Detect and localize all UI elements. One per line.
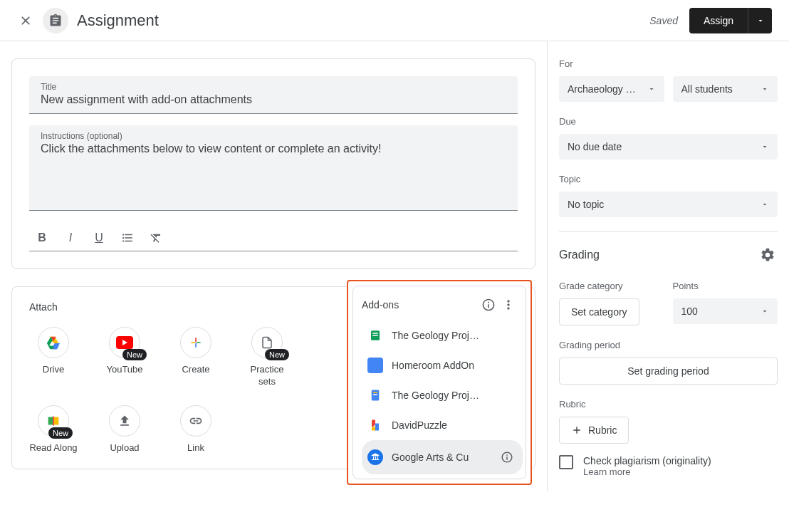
addon-name: The Geology Proj… bbox=[392, 330, 517, 341]
set-grading-period-button[interactable]: Set grading period bbox=[559, 358, 778, 385]
addon-icon bbox=[367, 328, 383, 343]
drive-icon bbox=[46, 335, 61, 350]
attach-read-along[interactable]: New Read Along bbox=[29, 405, 78, 454]
addon-icon bbox=[367, 417, 383, 433]
rubric-label: Rubric bbox=[559, 399, 778, 410]
attach-youtube[interactable]: New YouTube bbox=[100, 327, 149, 388]
instructions-value: Click the attachments below to view cont… bbox=[41, 141, 506, 160]
addon-list[interactable]: The Geology Proj… Homeroom AddOn The Geo… bbox=[362, 320, 523, 474]
assignment-icon bbox=[43, 8, 68, 33]
info-icon bbox=[501, 451, 513, 464]
instructions-field[interactable]: Instructions (optional) Click the attach… bbox=[29, 125, 518, 211]
addons-panel: Add-ons The Geology Pr bbox=[347, 280, 532, 485]
topic-value: No topic bbox=[568, 199, 761, 210]
grading-settings-button[interactable] bbox=[758, 245, 778, 265]
header: Assignment Saved Assign bbox=[0, 0, 789, 41]
addon-icon bbox=[367, 449, 383, 465]
gear-icon bbox=[760, 247, 775, 263]
due-value: No due date bbox=[568, 141, 761, 152]
students-select[interactable]: All students bbox=[673, 76, 778, 102]
bullet-list-button[interactable] bbox=[117, 228, 137, 248]
sidebar: For Archaeology … All students Due No du… bbox=[547, 41, 789, 491]
attach-label: Create bbox=[182, 364, 209, 376]
points-select[interactable]: 100 bbox=[673, 298, 778, 324]
title-label: Title bbox=[41, 82, 506, 92]
addon-name: The Geology Proj… bbox=[392, 390, 517, 401]
page-title: Assignment bbox=[77, 11, 159, 30]
set-category-button[interactable]: Set category bbox=[559, 298, 639, 325]
plus-icon bbox=[571, 424, 582, 436]
instructions-label: Instructions (optional) bbox=[41, 131, 506, 141]
addon-name: DavidPuzzle bbox=[392, 419, 517, 431]
document-icon bbox=[261, 335, 273, 350]
points-value: 100 bbox=[681, 306, 761, 317]
addon-item[interactable]: The Geology Proj… bbox=[362, 380, 523, 410]
main-panel: Title New assignment with add-on attachm… bbox=[0, 41, 547, 491]
format-toolbar: B I U bbox=[29, 222, 518, 251]
new-badge: New bbox=[122, 349, 147, 360]
attach-label: Read Along bbox=[29, 442, 77, 454]
new-badge: New bbox=[48, 427, 73, 439]
students-value: All students bbox=[681, 83, 761, 95]
list-icon bbox=[121, 231, 134, 244]
book-icon bbox=[46, 413, 61, 429]
topic-select[interactable]: No topic bbox=[559, 192, 778, 217]
attach-practice-sets[interactable]: New Practice sets bbox=[243, 327, 291, 388]
close-icon bbox=[19, 14, 33, 28]
addon-item[interactable]: The Geology Proj… bbox=[362, 320, 523, 350]
grade-category-label: Grade category bbox=[559, 281, 664, 291]
addon-name: Homeroom AddOn bbox=[392, 360, 517, 371]
plagiarism-checkbox[interactable] bbox=[559, 455, 573, 469]
italic-button[interactable]: I bbox=[61, 228, 80, 248]
rubric-button-label: Rubric bbox=[588, 424, 617, 436]
plagiarism-label: Check plagiarism (originality) bbox=[583, 455, 711, 466]
attach-grid: Drive New YouTube Create bbox=[29, 327, 328, 454]
svg-rect-5 bbox=[373, 392, 377, 394]
svg-rect-2 bbox=[372, 333, 378, 334]
title-field[interactable]: Title New assignment with add-on attachm… bbox=[29, 76, 518, 114]
grading-period-label: Grading period bbox=[559, 340, 778, 350]
assign-button-group: Assign bbox=[689, 8, 772, 33]
learn-more-link[interactable]: Learn more bbox=[583, 466, 711, 477]
for-label: For bbox=[559, 58, 778, 69]
attach-create[interactable]: Create bbox=[172, 327, 220, 388]
more-vert-icon bbox=[501, 298, 516, 312]
divider bbox=[559, 231, 778, 232]
rubric-button[interactable]: Rubric bbox=[559, 417, 629, 444]
attach-drive[interactable]: Drive bbox=[29, 327, 78, 388]
addon-info-button[interactable] bbox=[497, 447, 517, 467]
svg-rect-6 bbox=[373, 395, 377, 396]
attach-upload[interactable]: Upload bbox=[100, 405, 149, 454]
class-select[interactable]: Archaeology … bbox=[559, 76, 664, 102]
attach-link[interactable]: Link bbox=[172, 405, 220, 454]
addon-item[interactable]: DavidPuzzle bbox=[362, 410, 523, 440]
addons-more-button[interactable] bbox=[498, 295, 518, 315]
caret-down-icon bbox=[756, 16, 765, 25]
caret-down-icon bbox=[761, 307, 769, 315]
due-select[interactable]: No due date bbox=[559, 134, 778, 160]
attach-label: Practice sets bbox=[243, 364, 291, 388]
caret-down-icon bbox=[761, 142, 769, 151]
addon-icon bbox=[367, 387, 383, 403]
addon-name: Google Arts & Cu bbox=[392, 452, 488, 463]
link-icon bbox=[189, 414, 203, 428]
points-label: Points bbox=[673, 281, 778, 291]
underline-button[interactable]: U bbox=[89, 228, 109, 248]
class-value: Archaeology … bbox=[568, 83, 647, 95]
svg-rect-3 bbox=[372, 335, 378, 336]
assign-button[interactable]: Assign bbox=[689, 8, 748, 33]
addon-item[interactable]: Homeroom AddOn bbox=[362, 350, 523, 380]
title-value: New assignment with add-on attachments bbox=[41, 92, 506, 110]
clear-format-button[interactable] bbox=[146, 228, 166, 248]
assign-dropdown[interactable] bbox=[748, 8, 772, 33]
attach-label: Drive bbox=[43, 364, 64, 376]
attach-card: Attach Drive New YouTube bbox=[11, 286, 535, 469]
topic-label: Topic bbox=[559, 174, 778, 184]
addon-item[interactable]: Google Arts & Cu bbox=[362, 440, 523, 474]
addons-title: Add-ons bbox=[362, 299, 479, 311]
addons-info-button[interactable] bbox=[479, 295, 498, 315]
attach-label: YouTube bbox=[106, 364, 142, 376]
close-button[interactable] bbox=[17, 12, 34, 29]
caret-down-icon bbox=[647, 85, 656, 93]
bold-button[interactable]: B bbox=[32, 228, 52, 248]
